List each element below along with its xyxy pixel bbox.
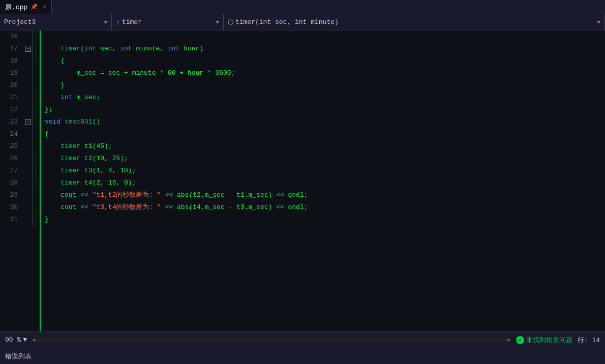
code-line-27: timer t3(1, 4, 10);	[45, 165, 601, 177]
tab-file[interactable]: 原.cpp 📌 ✕	[0, 0, 52, 14]
function-selector[interactable]: ⬡ timer(int sec, int minute) ▼	[224, 14, 605, 30]
code-area[interactable]: timer(int sec, int minute, int hour) { m…	[41, 31, 605, 331]
zoom-dropdown-icon[interactable]: ▼	[23, 336, 27, 344]
tab-file-label: 原.cpp	[5, 3, 27, 12]
status-ok-icon: ✓	[516, 336, 524, 344]
zoom-value: 00 %	[5, 336, 21, 344]
fold-icon-17[interactable]: −	[25, 46, 31, 52]
project-dropdown-arrow[interactable]: ▼	[104, 19, 107, 25]
gutter-row-18	[24, 55, 40, 67]
line-num-19: 19	[4, 67, 18, 79]
gutter-row-29	[24, 189, 40, 201]
gutter-row-28	[24, 177, 40, 189]
code-line-25: timer t1(45);	[45, 140, 601, 153]
code-line-17: timer(int sec, int minute, int hour)	[45, 43, 601, 55]
gutter-row-22	[24, 104, 40, 116]
line-num-23: 23	[4, 116, 18, 128]
class-dropdown-arrow[interactable]: ▼	[216, 19, 219, 25]
gutter-row-17: −	[24, 43, 40, 55]
gutter-row-30	[24, 201, 40, 214]
class-selector[interactable]: ⚡ timer ▼	[112, 14, 224, 30]
scroll-left-arrow[interactable]: ◀	[32, 337, 36, 343]
tab-close-button[interactable]: ✕	[43, 4, 46, 10]
project-selector[interactable]: Project3 ▼	[0, 14, 112, 30]
line-num-31: 31	[4, 214, 18, 226]
gutter-row-27	[24, 165, 40, 177]
timer-icon: ⚡	[116, 18, 120, 26]
line-num-26: 26	[4, 153, 18, 165]
line-numbers: 16 17 18 19 20 21 22 23 24 25 26 27 28 2…	[0, 31, 24, 331]
tab-bar: 原.cpp 📌 ✕	[0, 0, 605, 14]
function-icon: ⬡	[228, 18, 233, 26]
code-line-29: cout << "t1,t2的秒数差为: " << abs(t2.m_sec -…	[45, 189, 601, 201]
code-line-30: cout << "t3,t4的秒数差为: " << abs(t4.m_sec -…	[45, 201, 601, 214]
code-line-23: void test031()	[45, 116, 601, 128]
gutter-row-25	[24, 140, 40, 153]
scroll-track-area: ◀ ▶	[32, 337, 511, 343]
gutter-row-19	[24, 67, 40, 79]
line-num-24: 24	[4, 128, 18, 140]
toolbar: Project3 ▼ ⚡ timer ▼ ⬡ timer(int sec, in…	[0, 14, 605, 31]
line-num-29: 29	[4, 189, 18, 201]
gutter-row-31	[24, 214, 40, 226]
line-num-28: 28	[4, 177, 18, 189]
line-num-25: 25	[4, 140, 18, 153]
code-line-24: {	[45, 128, 601, 140]
line-info: 行: 14	[578, 336, 600, 345]
code-line-28: timer t4(2, 16, 0);	[45, 177, 601, 189]
code-line-22: };	[45, 104, 601, 116]
code-line-26: timer t2(10, 25);	[45, 153, 601, 165]
code-line-18: {	[45, 55, 601, 67]
gutter: −	[24, 31, 41, 331]
gutter-row-24	[24, 128, 40, 140]
code-line-21: int m_sec;	[45, 92, 601, 104]
fold-icon-23[interactable]: −	[25, 119, 31, 125]
line-num-17: 17	[4, 43, 18, 55]
code-line-31: }	[45, 214, 601, 226]
line-num-21: 21	[4, 92, 18, 104]
status-bar: 00 % ▼ ◀ ▶ ✓ 未找到相关问题 行: 14	[0, 331, 605, 348]
function-label: timer(int sec, int minute)	[235, 18, 339, 26]
scroll-right-arrow[interactable]: ▶	[507, 337, 511, 343]
status-text: 未找到相关问题	[526, 336, 572, 345]
code-line-20: }	[45, 79, 601, 92]
tab-pin-icon: 📌	[31, 4, 38, 10]
code-line-19: m_sec = sec + minute * 60 + hour * 3600;	[45, 67, 601, 79]
line-num-16: 16	[4, 31, 18, 43]
gutter-row-26	[24, 153, 40, 165]
error-bar[interactable]: 错误列表	[0, 348, 605, 364]
class-label: timer	[122, 18, 142, 26]
code-line-16	[45, 31, 601, 43]
function-dropdown-arrow[interactable]: ▼	[597, 19, 600, 25]
line-num-18: 18	[4, 55, 18, 67]
horizontal-scrollbar[interactable]	[36, 338, 508, 342]
status-ok-indicator: ✓ 未找到相关问题	[516, 336, 572, 345]
gutter-row-20	[24, 79, 40, 92]
editor: 16 17 18 19 20 21 22 23 24 25 26 27 28 2…	[0, 31, 605, 331]
project-label: Project3	[4, 18, 36, 26]
gutter-row-16	[24, 31, 40, 43]
line-num-27: 27	[4, 165, 18, 177]
zoom-control[interactable]: 00 % ▼	[5, 336, 27, 344]
error-bar-label: 错误列表	[5, 352, 32, 361]
line-num-20: 20	[4, 79, 18, 92]
line-num-30: 30	[4, 201, 18, 214]
gutter-row-23: −	[24, 116, 40, 128]
line-num-22: 22	[4, 104, 18, 116]
gutter-row-21	[24, 92, 40, 104]
